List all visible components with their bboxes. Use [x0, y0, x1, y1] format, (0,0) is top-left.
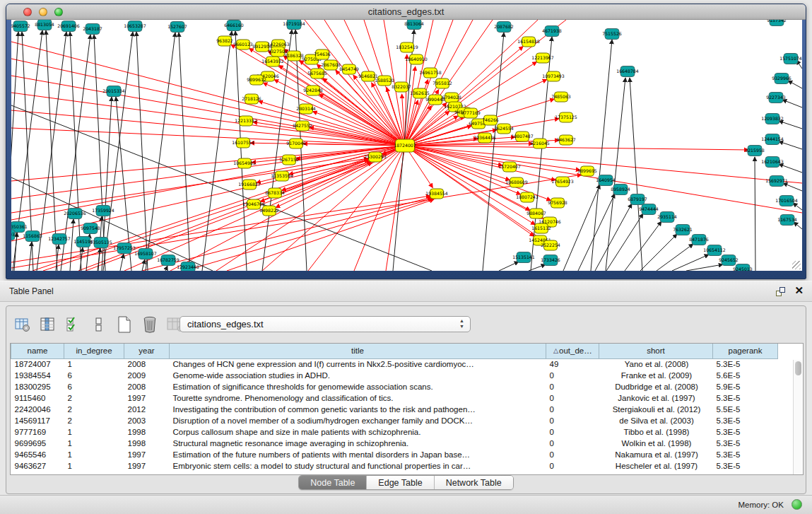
column-header-in_degree[interactable]: in_degree	[64, 344, 124, 358]
table-cell[interactable]: 1	[64, 449, 124, 460]
table-cell[interactable]: Genome-wide association studies in ADHD.	[170, 370, 546, 381]
table-row[interactable]: 969969511998Structural magnetic resonanc…	[11, 438, 778, 449]
table-cell[interactable]: 0	[546, 415, 599, 426]
table-cell[interactable]: Corpus callosum shape and size in male p…	[170, 426, 546, 438]
table-cell[interactable]: 0	[546, 404, 599, 415]
table-cell[interactable]: Structural magnetic resonance image aver…	[170, 438, 546, 449]
table-row[interactable]: 1872400712008Changes of HCN gene express…	[11, 358, 778, 370]
table-row[interactable]: 1830029562008Estimation of significance …	[11, 381, 778, 392]
table-cell[interactable]: 1	[64, 358, 124, 370]
table-cell[interactable]: 0	[546, 460, 599, 472]
scrollbar-thumb[interactable]	[795, 361, 801, 375]
row-height-icon[interactable]	[90, 315, 108, 334]
table-cell[interactable]: 2	[64, 415, 124, 426]
table-cell[interactable]: de Silva et al. (2003)	[599, 415, 713, 426]
select-rows-icon[interactable]	[64, 315, 83, 334]
table-cell[interactable]: Disruption of a novel member of a sodium…	[170, 415, 546, 426]
table-cell[interactable]: Investigating the contribution of common…	[170, 404, 546, 415]
table-cell[interactable]: 22420046	[11, 404, 64, 415]
table-cell[interactable]: Hescheler et al. (1997)	[599, 460, 713, 472]
column-header-short[interactable]: short	[599, 344, 713, 358]
table-cell[interactable]: Changes of HCN gene expression and I(f) …	[170, 358, 546, 370]
column-header-title[interactable]: title	[170, 344, 546, 358]
table-row[interactable]: 946362711997Embryonic stem cells: a mode…	[11, 460, 778, 472]
table-cell[interactable]: 5.3E-5	[713, 392, 778, 404]
table-cell[interactable]: 1998	[124, 426, 170, 438]
table-cell[interactable]: Estimation of significance thresholds fo…	[170, 381, 546, 392]
tab-node-table[interactable]: Node Table	[299, 476, 366, 489]
table-row[interactable]: 1456911722003Disruption of a novel membe…	[11, 415, 778, 426]
table-cell[interactable]: 6	[64, 370, 124, 381]
column-header-name[interactable]: name	[11, 344, 64, 358]
table-cell[interactable]: Embryonic stem cells: a model to study s…	[170, 460, 546, 472]
table-cell[interactable]: 18300295	[11, 381, 64, 392]
table-cell[interactable]: 5.3E-5	[713, 426, 778, 438]
memory-ok-icon[interactable]	[792, 499, 802, 510]
table-cell[interactable]: Dudbridge et al. (2008)	[599, 381, 713, 392]
table-cell[interactable]: Wolkin et al. (1998)	[599, 438, 713, 449]
table-cell[interactable]: 18724007	[11, 358, 64, 370]
table-cell[interactable]: Tibbo et al. (1998)	[599, 426, 713, 438]
table-cell[interactable]: 0	[546, 381, 599, 392]
table-cell[interactable]: 19384554	[11, 370, 64, 381]
table-cell[interactable]: 9777169	[11, 426, 64, 438]
table-selector-dropdown[interactable]: citations_edges.txt ▲▼	[180, 316, 471, 332]
table-cell[interactable]: 9115460	[11, 392, 64, 404]
table-cell[interactable]: 0	[546, 438, 599, 449]
table-cell[interactable]: 5.3E-5	[713, 449, 778, 460]
table-cell[interactable]: 5.6E-5	[713, 370, 778, 381]
table-cell[interactable]: 0	[546, 370, 599, 381]
table-cell[interactable]: 5.3E-5	[713, 358, 778, 370]
table-cell[interactable]: 5.3E-5	[713, 415, 778, 426]
resize-grip-icon[interactable]	[792, 261, 801, 269]
table-cell[interactable]: Franke et al. (2009)	[599, 370, 713, 381]
table-cell[interactable]: Yano et al. (2008)	[599, 358, 713, 370]
table-row[interactable]: 1938455462009Genome-wide association stu…	[11, 370, 778, 381]
table-cell[interactable]: 2	[64, 404, 124, 415]
table-row[interactable]: 946554611997Estimation of the future num…	[11, 449, 778, 460]
table-cell[interactable]: 5.5E-5	[713, 404, 778, 415]
column-header-year[interactable]: year	[124, 344, 170, 358]
table-cell[interactable]: 2003	[124, 415, 170, 426]
table-row[interactable]: 911546021997Tourette syndrome. Phenomeno…	[11, 392, 778, 404]
table-cell[interactable]: 6	[64, 381, 124, 392]
window-titlebar[interactable]: citations_edges.txt	[6, 4, 806, 20]
network-view[interactable]: 9405572881305420691406204318710653287152…	[11, 20, 802, 271]
table-cell[interactable]: 2	[64, 392, 124, 404]
table-cell[interactable]: 0	[546, 392, 599, 404]
table-cell[interactable]: 9465546	[11, 449, 64, 460]
network-graph[interactable]: 9405572881305420691406204318710653287152…	[11, 20, 802, 271]
vertical-scrollbar[interactable]	[793, 360, 802, 474]
table-cell[interactable]: 2009	[124, 370, 170, 381]
table-cell[interactable]: 1	[64, 438, 124, 449]
new-table-icon[interactable]	[115, 315, 134, 334]
table-cell[interactable]: Tourette syndrome. Phenomenology and cla…	[170, 392, 546, 404]
delete-table-icon[interactable]	[141, 315, 159, 334]
table-cell[interactable]: 5.3E-5	[713, 438, 778, 449]
table-cell[interactable]: 1997	[124, 449, 170, 460]
float-window-icon[interactable]	[776, 287, 785, 296]
column-header-out_de[interactable]: △ out_de…	[546, 344, 599, 358]
table-cell[interactable]: 5.3E-5	[713, 460, 778, 472]
tab-network-table[interactable]: Network Table	[434, 476, 513, 489]
table-cell[interactable]: 1	[64, 426, 124, 438]
table-cell[interactable]: 1997	[124, 460, 170, 472]
table-cell[interactable]: 9463627	[11, 460, 64, 472]
table-cell[interactable]: 5.9E-5	[713, 381, 778, 392]
table-mode-icon[interactable]	[13, 315, 32, 334]
table-cell[interactable]: Jankovic et al. (1997)	[599, 392, 713, 404]
tab-edge-table[interactable]: Edge Table	[366, 476, 433, 489]
table-cell[interactable]: 9699695	[11, 438, 64, 449]
close-panel-icon[interactable]: ✕	[794, 284, 804, 297]
table-cell[interactable]: Nakamura et al. (1997)	[599, 449, 713, 460]
table-cell[interactable]: Stergiakouli et al. (2012)	[599, 404, 713, 415]
table-cell[interactable]: 1	[64, 460, 124, 472]
table-row[interactable]: 977716911998Corpus callosum shape and si…	[11, 426, 778, 438]
table-cell[interactable]: 1997	[124, 392, 170, 404]
table-cell[interactable]: 2008	[124, 381, 170, 392]
column-header-pagerank[interactable]: pagerank	[713, 344, 778, 358]
table-cell[interactable]: Estimation of the future numbers of pati…	[170, 449, 546, 460]
table-cell[interactable]: 1998	[124, 438, 170, 449]
table-row[interactable]: 2242004622012Investigating the contribut…	[11, 404, 778, 415]
table-cell[interactable]: 14569117	[11, 415, 64, 426]
